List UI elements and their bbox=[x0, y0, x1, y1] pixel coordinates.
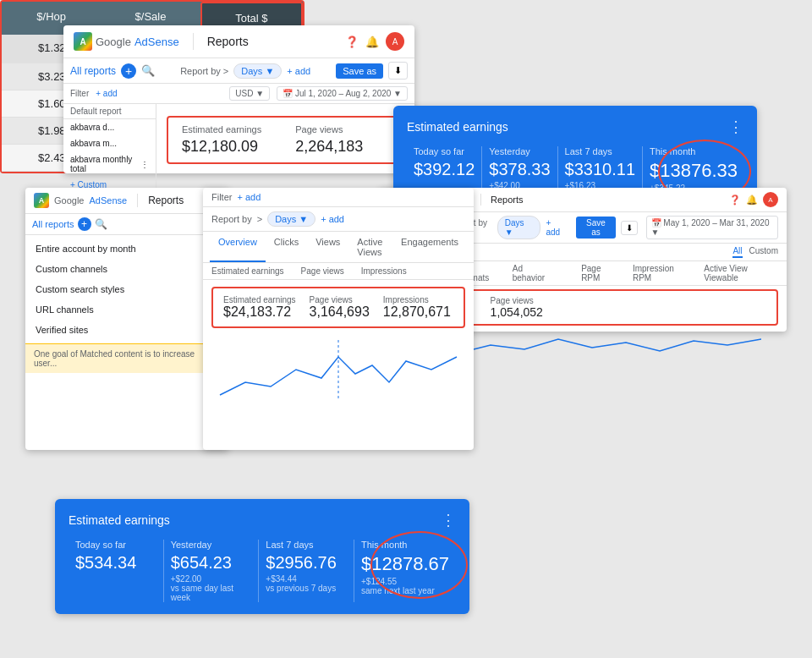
mid-pv-value: 3,164,693 bbox=[310, 304, 370, 320]
mini-imp-rpm-header: Impression RPM bbox=[633, 264, 690, 282]
tab-clicks[interactable]: Clicks bbox=[266, 232, 307, 262]
ee-bot-yest-value: $654.23 bbox=[171, 553, 252, 573]
mini-divider bbox=[480, 194, 481, 206]
tab-active-views[interactable]: Active Views bbox=[348, 232, 392, 262]
mini-pv-value: 1,054,052 bbox=[491, 305, 543, 319]
col-ee-header: Estimated earnings bbox=[211, 266, 284, 276]
mid-report-card: Filter + add Report by > Days ▼ + add Ov… bbox=[203, 188, 474, 450]
mid-col-headers: Estimated earnings Page views Impression… bbox=[203, 263, 474, 280]
mid-pv-stat: Page views 3,164,693 bbox=[310, 295, 370, 320]
ee-menu-top[interactable]: ⋮ bbox=[728, 118, 743, 136]
mid-report-by: Report by > Days ▼ + add bbox=[203, 207, 474, 232]
tab-views[interactable]: Views bbox=[307, 232, 348, 262]
ee-today-value: $392.12 bbox=[414, 160, 475, 179]
ee-month-label: This month bbox=[650, 146, 738, 156]
mini-days[interactable]: Days ▼ bbox=[497, 216, 541, 239]
ee-bot-yesterday: Yesterday $654.23 +$22.00vs same day las… bbox=[164, 540, 260, 602]
mid-chart bbox=[203, 335, 474, 403]
mini-pv: Page views 1,054,052 bbox=[491, 296, 543, 319]
mid-ee-label: Estimated earnings bbox=[223, 295, 296, 304]
mid-ee-stat: Estimated earnings $24,183.72 bbox=[223, 295, 296, 320]
mini-add[interactable]: + add bbox=[546, 218, 566, 237]
mini-page-rpm-header: Page RPM bbox=[581, 264, 619, 282]
report-by-label: Report by > bbox=[180, 66, 228, 76]
ee-today-label: Today so far bbox=[414, 146, 475, 156]
notification-icon[interactable]: 🔔 bbox=[365, 36, 379, 48]
ee-label: Estimated earnings bbox=[182, 124, 261, 134]
help-icon[interactable]: ❓ bbox=[345, 36, 359, 48]
mid-add-btn[interactable]: + bbox=[78, 217, 91, 231]
add-filter-2[interactable]: + add bbox=[96, 89, 117, 98]
mini-help[interactable]: ❓ bbox=[729, 195, 741, 206]
ee-bot-today-value: $534.34 bbox=[75, 553, 156, 573]
mini-avatar[interactable]: A bbox=[763, 192, 778, 207]
mid-banner: One goal of Matched content is to increa… bbox=[25, 343, 228, 373]
sidebar-item-3-menu[interactable]: ⋮ bbox=[140, 160, 149, 169]
mid-all-reports[interactable]: All reports bbox=[32, 219, 74, 229]
date-range[interactable]: 📅 Jul 1, 2020 – Aug 2, 2020 ▼ bbox=[277, 86, 408, 101]
ee-bot-7d-value: $2956.76 bbox=[266, 553, 347, 573]
ee-title-bottom: Estimated earnings bbox=[69, 513, 170, 527]
header-reports: Reports bbox=[207, 35, 249, 48]
days-selector[interactable]: Days ▼ bbox=[233, 63, 282, 79]
sidebar-item-3[interactable]: akbavra monthly total ⋮ bbox=[63, 151, 156, 177]
mid-add-2[interactable]: + add bbox=[321, 214, 344, 224]
mini-tab-all[interactable]: All bbox=[732, 246, 742, 258]
estimated-earnings-stat: Estimated earnings $12,180.09 bbox=[182, 124, 261, 156]
col-imp-header: Impressions bbox=[361, 266, 407, 276]
mid-sidebar: Entire account by month Custom channels … bbox=[25, 235, 228, 343]
save-as-button[interactable]: Save as bbox=[336, 63, 383, 79]
mid-logo-text: Google bbox=[54, 195, 84, 206]
avatar[interactable]: A bbox=[386, 32, 404, 51]
ee-7days-value: $3310.11 bbox=[565, 160, 635, 179]
logo-text: Google bbox=[96, 36, 131, 48]
top-card-header: A Google AdSense Reports ❓ 🔔 A bbox=[63, 25, 414, 58]
top-report-card: A Google AdSense Reports ❓ 🔔 A All repor… bbox=[63, 25, 414, 173]
mid-logo-product: AdSense bbox=[89, 195, 127, 206]
ee-bot-month: This month $12878.67 +$124.55same next l… bbox=[354, 540, 456, 602]
add-filter[interactable]: + add bbox=[287, 66, 310, 76]
mid-sidebar-custom-search[interactable]: Custom search styles bbox=[25, 279, 228, 299]
export-button[interactable]: ⬇ bbox=[388, 62, 408, 80]
mid-sidebar-card: A Google AdSense Reports All reports + 🔍… bbox=[25, 188, 228, 450]
mid-header: A Google AdSense Reports bbox=[25, 188, 228, 214]
ee-menu-bottom[interactable]: ⋮ bbox=[441, 511, 456, 529]
mid-chevron: > bbox=[257, 214, 262, 224]
sidebar-item-2[interactable]: akbavra m... bbox=[63, 135, 156, 151]
mid-sidebar-url[interactable]: URL channels bbox=[25, 299, 228, 320]
mini-export[interactable]: ⬇ bbox=[621, 221, 638, 235]
sidebar-item-3-label: akbavra monthly total bbox=[70, 155, 140, 173]
mid-pv-label: Page views bbox=[310, 295, 370, 304]
tab-overview[interactable]: Overview bbox=[210, 232, 266, 262]
main-content: Estimated earnings $12,180.09 Page views… bbox=[156, 104, 414, 193]
all-reports-link[interactable]: All reports bbox=[70, 65, 116, 77]
add-button[interactable]: + bbox=[121, 63, 136, 79]
mid-imp-stat: Impressions 12,870,671 bbox=[383, 295, 451, 320]
mini-date[interactable]: 📅 May 1, 2020 – Mar 31, 2020 ▼ bbox=[646, 216, 778, 239]
ee-bot-month-label: This month bbox=[361, 540, 449, 550]
ee-bot-today-label: Today so far bbox=[75, 540, 156, 550]
mid-search-icon[interactable]: 🔍 bbox=[95, 218, 107, 230]
mid-days-btn[interactable]: Days ▼ bbox=[267, 211, 315, 227]
ee-bot-today: Today so far $534.34 bbox=[69, 540, 164, 602]
search-icon[interactable]: 🔍 bbox=[141, 64, 155, 77]
blue-bottom-card: Estimated earnings ⋮ Today so far $534.3… bbox=[55, 499, 469, 614]
mid-add-filter[interactable]: + add bbox=[237, 192, 261, 202]
mid-sidebar-entire[interactable]: Entire account by month bbox=[25, 239, 228, 259]
currency-select[interactable]: USD ▼ bbox=[229, 86, 270, 101]
ee-bot-7d-sub: +$34.44vs previous 7 days bbox=[266, 574, 347, 593]
mini-active-view-header: Active View Viewable bbox=[704, 264, 778, 282]
mini-save[interactable]: Save as bbox=[576, 217, 615, 239]
mini-tab-custom[interactable]: Custom bbox=[749, 246, 778, 258]
mid-sidebar-verified[interactable]: Verified sites bbox=[25, 320, 228, 340]
ee-yesterday-label: Yesterday bbox=[489, 146, 550, 156]
mid-sidebar-custom-channels[interactable]: Custom channels bbox=[25, 259, 228, 279]
mid-stats-box: Estimated earnings $24,183.72 Page views… bbox=[211, 287, 465, 328]
col-pv-header: Page views bbox=[301, 266, 344, 276]
mini-bell[interactable]: 🔔 bbox=[746, 195, 758, 206]
stats-box-top: Estimated earnings $12,180.09 Page views… bbox=[167, 116, 404, 164]
ee-month-value: $13876.33 bbox=[650, 160, 738, 182]
sidebar-item-1[interactable]: akbavra d... bbox=[63, 119, 156, 135]
tab-engagements[interactable]: Engagements bbox=[392, 232, 467, 262]
mid-imp-label: Impressions bbox=[383, 295, 451, 304]
